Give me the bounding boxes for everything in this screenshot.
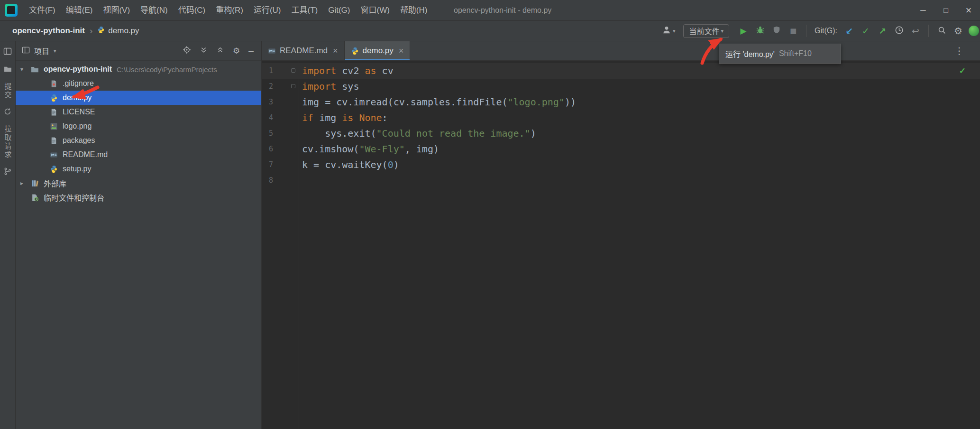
code-line-2[interactable]: 2import sys	[262, 79, 980, 94]
separator	[928, 25, 929, 37]
coverage-button[interactable]	[770, 24, 783, 37]
code-text: import cv2 as cv	[302, 63, 394, 79]
line-number: 2	[262, 79, 273, 94]
markdown-icon	[50, 151, 62, 159]
expand-all-button[interactable]	[200, 46, 208, 56]
menu-工具(T)[interactable]: 工具(T)	[286, 0, 323, 20]
tree-item-label: logo.png	[63, 122, 92, 131]
git-branch-icon[interactable]	[3, 167, 12, 177]
breadcrumb-file[interactable]: demo.py	[97, 26, 139, 36]
left-tool-stripe: 提交 拉取请求	[0, 41, 16, 429]
close-button[interactable]: ×	[957, 0, 980, 20]
tree-item-demo.py[interactable]: demo.py	[16, 91, 261, 105]
tooltip-label: 运行 'demo.py'	[725, 48, 775, 59]
project-path-hint: C:\Users\cody\PycharmProjects	[117, 65, 217, 74]
menu-Git(G)[interactable]: Git(G)	[323, 0, 355, 20]
chevron-down-icon[interactable]: ▾	[20, 66, 31, 73]
collapse-all-button[interactable]	[216, 46, 224, 56]
tab-demo.py[interactable]: demo.py×	[345, 41, 411, 60]
tree-item-setup.py[interactable]: setup.py	[16, 162, 261, 176]
tree-item-README.md[interactable]: README.md	[16, 148, 261, 162]
code-text: cv.imshow("We-Fly", img)	[302, 141, 439, 157]
git-push-button[interactable]: ↗	[876, 24, 888, 37]
tab-README.md[interactable]: README.md×	[262, 41, 345, 60]
user-dropdown[interactable]: ▾	[662, 24, 676, 37]
tab-close-icon[interactable]: ×	[333, 46, 338, 56]
menu-文件(F)[interactable]: 文件(F)	[24, 0, 61, 20]
chevron-right-icon[interactable]: ▸	[20, 180, 31, 187]
git-commit-button[interactable]: ✓	[860, 24, 872, 37]
line-number: 7	[262, 157, 273, 173]
line-number: 3	[262, 94, 273, 110]
project-panel-header: 项目 ▾ ⚙ ─	[16, 41, 261, 61]
account-avatar-icon[interactable]	[969, 26, 979, 36]
menu-窗口(W)[interactable]: 窗口(W)	[356, 0, 395, 20]
code-text: sys.exit("Could not read the image.")	[302, 126, 536, 141]
tree-item-opencv-python-init[interactable]: ▾opencv-python-initC:\Users\cody\Pycharm…	[16, 62, 261, 76]
menu-运行(U)[interactable]: 运行(U)	[248, 0, 286, 20]
tree-item-packages[interactable]: packages	[16, 133, 261, 148]
run-configuration-dropdown[interactable]: 当前文件 ▾	[683, 24, 729, 38]
fold-marker-icon[interactable]	[291, 84, 295, 88]
line-number: 8	[262, 173, 273, 188]
tree-item-临时文件和控制台[interactable]: 临时文件和控制台	[16, 190, 261, 205]
editor-tabs: README.md×demo.py×	[262, 41, 410, 60]
git-rollback-button[interactable]: ↩	[909, 24, 922, 37]
code-line-8[interactable]: 8	[262, 173, 980, 188]
menu-重构(R)[interactable]: 重构(R)	[211, 0, 248, 20]
tree-item-外部库[interactable]: ▸外部库	[16, 176, 261, 190]
tree-item-label: setup.py	[63, 165, 91, 173]
code-line-4[interactable]: 4if img is None:	[262, 110, 980, 126]
editor-tab-bar: README.md×demo.py× ⋮	[262, 41, 980, 61]
git-update-button[interactable]: ↙	[843, 24, 855, 37]
project-panel-toolbar: ⚙ ─	[183, 46, 261, 56]
search-button[interactable]	[935, 24, 948, 37]
menu-视图(V)[interactable]: 视图(V)	[98, 0, 135, 20]
panel-settings-button[interactable]: ⚙	[233, 46, 240, 56]
pull-requests-icon[interactable]	[3, 107, 12, 118]
breadcrumb-project[interactable]: opencv-python-init	[12, 26, 85, 36]
python-icon	[50, 94, 62, 102]
window-title: opencv-python-init - demo.py	[454, 0, 551, 20]
code-line-1[interactable]: 1import cv2 as cv	[262, 63, 980, 79]
code-line-3[interactable]: 3img = cv.imread(cv.samples.findFile("lo…	[262, 94, 980, 110]
bug-icon	[756, 26, 765, 37]
menu-代码(C)[interactable]: 代码(C)	[173, 0, 211, 20]
pull-requests-tool-label[interactable]: 拉取请求	[3, 125, 13, 159]
libraries-icon	[31, 179, 43, 187]
code-line-6[interactable]: 6cv.imshow("We-Fly", img)	[262, 141, 980, 157]
settings-button[interactable]: ⚙	[952, 24, 964, 37]
project-tool-icon[interactable]	[3, 47, 12, 57]
debug-button[interactable]	[754, 24, 766, 37]
project-panel-title[interactable]: 项目	[34, 45, 49, 56]
stop-button[interactable]: ■	[787, 24, 799, 37]
navigation-bar: opencv-python-init › demo.py ▾ 当前文件 ▾ ▶ …	[0, 21, 980, 41]
maximize-button[interactable]: □	[934, 0, 957, 20]
code-editor[interactable]: 1import cv2 as cv2import sys3img = cv.im…	[262, 61, 980, 429]
code-line-7[interactable]: 7k = cv.waitKey(0)	[262, 157, 980, 173]
breadcrumb-file-label: demo.py	[108, 26, 139, 36]
project-tool-window-icon	[22, 46, 30, 56]
run-button[interactable]: ▶	[737, 24, 750, 37]
folder-tool-icon[interactable]	[4, 65, 12, 75]
locate-file-button[interactable]	[183, 46, 191, 56]
inspection-check-icon[interactable]: ✓	[959, 66, 966, 76]
hide-panel-button[interactable]: ─	[248, 47, 254, 55]
code-text: k = cv.waitKey(0)	[302, 157, 399, 173]
tab-close-icon[interactable]: ×	[399, 46, 404, 56]
folder-icon	[31, 65, 43, 74]
menu-导航(N)[interactable]: 导航(N)	[135, 0, 173, 20]
code-line-5[interactable]: 5 sys.exit("Could not read the image.")	[262, 126, 980, 141]
commit-tool-label[interactable]: 提交	[3, 83, 13, 100]
breadcrumb-separator-icon: ›	[90, 26, 92, 36]
menu-编辑(E)[interactable]: 编辑(E)	[61, 0, 98, 20]
git-history-button[interactable]	[893, 24, 905, 37]
chevron-down-icon[interactable]: ▾	[54, 48, 56, 54]
minimize-button[interactable]: ─	[912, 0, 934, 20]
fold-marker-icon[interactable]	[291, 68, 295, 73]
tab-options-icon[interactable]: ⋮	[954, 41, 964, 60]
menu-帮助(H)[interactable]: 帮助(H)	[395, 0, 433, 20]
tree-item-LICENSE[interactable]: LICENSE	[16, 105, 261, 119]
tree-item-logo.png[interactable]: logo.png	[16, 119, 261, 133]
tree-item-.gitignore[interactable]: .gitignore	[16, 76, 261, 91]
